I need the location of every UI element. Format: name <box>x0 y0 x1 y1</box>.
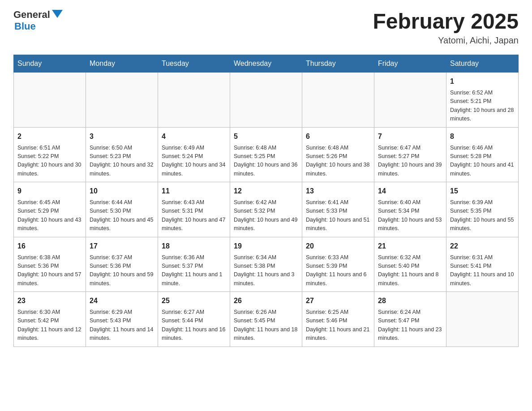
day-info: Sunrise: 6:48 AMSunset: 5:25 PMDaylight:… <box>234 144 298 179</box>
table-row: 14Sunrise: 6:40 AMSunset: 5:34 PMDayligh… <box>374 182 446 237</box>
day-number: 17 <box>90 241 154 252</box>
day-number: 21 <box>378 241 442 252</box>
day-info: Sunrise: 6:45 AMSunset: 5:29 PMDaylight:… <box>17 198 82 233</box>
day-number: 20 <box>306 241 370 252</box>
day-number: 7 <box>378 131 442 142</box>
day-number: 5 <box>234 131 298 142</box>
table-row: 6Sunrise: 6:48 AMSunset: 5:26 PMDaylight… <box>302 127 374 182</box>
table-row: 26Sunrise: 6:26 AMSunset: 5:45 PMDayligh… <box>230 292 302 347</box>
table-row <box>86 73 158 128</box>
table-row: 3Sunrise: 6:50 AMSunset: 5:23 PMDaylight… <box>86 127 158 182</box>
table-row: 7Sunrise: 6:47 AMSunset: 5:27 PMDaylight… <box>374 127 446 182</box>
table-row <box>374 73 446 128</box>
day-info: Sunrise: 6:24 AMSunset: 5:47 PMDaylight:… <box>378 308 442 343</box>
day-info: Sunrise: 6:52 AMSunset: 5:21 PMDaylight:… <box>450 89 515 124</box>
table-row: 18Sunrise: 6:36 AMSunset: 5:37 PMDayligh… <box>158 237 230 292</box>
table-row <box>158 73 230 128</box>
day-number: 8 <box>450 131 515 142</box>
day-number: 6 <box>306 131 370 142</box>
day-number: 2 <box>17 131 82 142</box>
calendar-header-row: Sunday Monday Tuesday Wednesday Thursday… <box>14 55 519 73</box>
day-number: 18 <box>162 241 226 252</box>
day-number: 3 <box>90 131 154 142</box>
table-row: 5Sunrise: 6:48 AMSunset: 5:25 PMDaylight… <box>230 127 302 182</box>
day-number: 27 <box>306 295 370 306</box>
day-number: 4 <box>162 131 226 142</box>
day-info: Sunrise: 6:26 AMSunset: 5:45 PMDaylight:… <box>234 308 298 343</box>
day-number: 12 <box>234 186 298 197</box>
table-row: 4Sunrise: 6:49 AMSunset: 5:24 PMDaylight… <box>158 127 230 182</box>
week-row-3: 9Sunrise: 6:45 AMSunset: 5:29 PMDaylight… <box>14 182 519 237</box>
calendar-table: Sunday Monday Tuesday Wednesday Thursday… <box>13 55 519 347</box>
col-saturday: Saturday <box>446 55 519 73</box>
day-info: Sunrise: 6:48 AMSunset: 5:26 PMDaylight:… <box>306 144 370 179</box>
table-row: 10Sunrise: 6:44 AMSunset: 5:30 PMDayligh… <box>86 182 158 237</box>
week-row-2: 2Sunrise: 6:51 AMSunset: 5:22 PMDaylight… <box>14 127 519 182</box>
day-number: 10 <box>90 186 154 197</box>
day-number: 25 <box>162 295 226 306</box>
table-row: 8Sunrise: 6:46 AMSunset: 5:28 PMDaylight… <box>446 127 519 182</box>
day-info: Sunrise: 6:50 AMSunset: 5:23 PMDaylight:… <box>90 144 154 179</box>
table-row: 27Sunrise: 6:25 AMSunset: 5:46 PMDayligh… <box>302 292 374 347</box>
table-row: 16Sunrise: 6:38 AMSunset: 5:36 PMDayligh… <box>14 237 86 292</box>
day-number: 14 <box>378 186 442 197</box>
day-number: 26 <box>234 295 298 306</box>
table-row: 28Sunrise: 6:24 AMSunset: 5:47 PMDayligh… <box>374 292 446 347</box>
day-info: Sunrise: 6:36 AMSunset: 5:37 PMDaylight:… <box>162 253 226 288</box>
day-info: Sunrise: 6:25 AMSunset: 5:46 PMDaylight:… <box>306 308 370 343</box>
col-monday: Monday <box>86 55 158 73</box>
table-row <box>230 73 302 128</box>
day-number: 9 <box>17 186 82 197</box>
table-row: 24Sunrise: 6:29 AMSunset: 5:43 PMDayligh… <box>86 292 158 347</box>
day-info: Sunrise: 6:46 AMSunset: 5:28 PMDaylight:… <box>450 144 515 179</box>
logo-blue-text: Blue <box>14 21 63 32</box>
day-info: Sunrise: 6:29 AMSunset: 5:43 PMDaylight:… <box>90 308 154 343</box>
day-info: Sunrise: 6:44 AMSunset: 5:30 PMDaylight:… <box>90 198 154 233</box>
table-row: 9Sunrise: 6:45 AMSunset: 5:29 PMDaylight… <box>14 182 86 237</box>
col-friday: Friday <box>374 55 446 73</box>
table-row: 2Sunrise: 6:51 AMSunset: 5:22 PMDaylight… <box>14 127 86 182</box>
day-info: Sunrise: 6:41 AMSunset: 5:33 PMDaylight:… <box>306 198 370 233</box>
day-info: Sunrise: 6:42 AMSunset: 5:32 PMDaylight:… <box>234 198 298 233</box>
logo: General Blue <box>13 9 63 32</box>
col-sunday: Sunday <box>14 55 86 73</box>
col-wednesday: Wednesday <box>230 55 302 73</box>
table-row <box>302 73 374 128</box>
day-info: Sunrise: 6:32 AMSunset: 5:40 PMDaylight:… <box>378 253 442 288</box>
day-info: Sunrise: 6:47 AMSunset: 5:27 PMDaylight:… <box>378 144 442 179</box>
week-row-4: 16Sunrise: 6:38 AMSunset: 5:36 PMDayligh… <box>14 237 519 292</box>
table-row: 11Sunrise: 6:43 AMSunset: 5:31 PMDayligh… <box>158 182 230 237</box>
col-tuesday: Tuesday <box>158 55 230 73</box>
table-row: 21Sunrise: 6:32 AMSunset: 5:40 PMDayligh… <box>374 237 446 292</box>
day-number: 19 <box>234 241 298 252</box>
month-title: February 2025 <box>373 9 519 34</box>
day-info: Sunrise: 6:27 AMSunset: 5:44 PMDaylight:… <box>162 308 226 343</box>
day-info: Sunrise: 6:51 AMSunset: 5:22 PMDaylight:… <box>17 144 82 179</box>
table-row: 19Sunrise: 6:34 AMSunset: 5:38 PMDayligh… <box>230 237 302 292</box>
table-row: 20Sunrise: 6:33 AMSunset: 5:39 PMDayligh… <box>302 237 374 292</box>
day-info: Sunrise: 6:39 AMSunset: 5:35 PMDaylight:… <box>450 198 515 233</box>
day-info: Sunrise: 6:34 AMSunset: 5:38 PMDaylight:… <box>234 253 298 288</box>
day-number: 16 <box>17 241 82 252</box>
table-row: 17Sunrise: 6:37 AMSunset: 5:36 PMDayligh… <box>86 237 158 292</box>
table-row: 13Sunrise: 6:41 AMSunset: 5:33 PMDayligh… <box>302 182 374 237</box>
week-row-1: 1Sunrise: 6:52 AMSunset: 5:21 PMDaylight… <box>14 73 519 128</box>
table-row: 22Sunrise: 6:31 AMSunset: 5:41 PMDayligh… <box>446 237 519 292</box>
day-number: 11 <box>162 186 226 197</box>
table-row: 1Sunrise: 6:52 AMSunset: 5:21 PMDaylight… <box>446 73 519 128</box>
col-thursday: Thursday <box>302 55 374 73</box>
logo-general-text: General <box>13 9 50 21</box>
table-row: 15Sunrise: 6:39 AMSunset: 5:35 PMDayligh… <box>446 182 519 237</box>
week-row-5: 23Sunrise: 6:30 AMSunset: 5:42 PMDayligh… <box>14 292 519 347</box>
table-row: 25Sunrise: 6:27 AMSunset: 5:44 PMDayligh… <box>158 292 230 347</box>
logo-triangle-icon <box>52 10 63 18</box>
day-number: 23 <box>17 295 82 306</box>
day-info: Sunrise: 6:43 AMSunset: 5:31 PMDaylight:… <box>162 198 226 233</box>
day-number: 24 <box>90 295 154 306</box>
day-number: 15 <box>450 186 515 197</box>
day-number: 13 <box>306 186 370 197</box>
day-number: 1 <box>450 76 515 87</box>
table-row: 12Sunrise: 6:42 AMSunset: 5:32 PMDayligh… <box>230 182 302 237</box>
location-label: Yatomi, Aichi, Japan <box>373 35 519 46</box>
title-section: February 2025 Yatomi, Aichi, Japan <box>373 9 519 46</box>
